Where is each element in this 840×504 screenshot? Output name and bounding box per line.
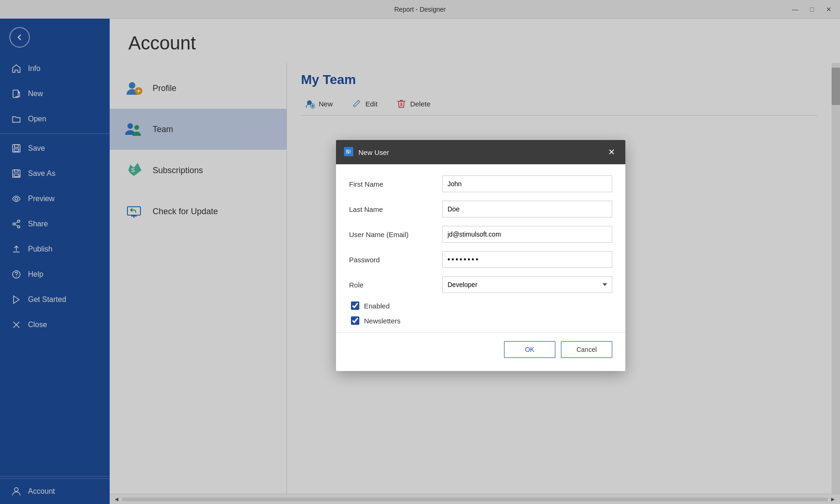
modal-close-button[interactable]: ✕ <box>605 146 618 159</box>
new-user-modal: S! New User ✕ First Name Last Name User … <box>336 140 625 371</box>
enabled-label: Enabled <box>364 302 390 310</box>
first-name-input[interactable] <box>442 175 612 192</box>
modal-icon: S! <box>343 147 354 158</box>
last-name-input[interactable] <box>442 201 612 217</box>
username-label: User Name (Email) <box>349 231 442 238</box>
first-name-label: First Name <box>349 180 442 188</box>
password-row: Password <box>349 251 612 268</box>
svg-text:S!: S! <box>346 149 351 154</box>
newsletters-row: Newsletters <box>349 316 612 325</box>
username-row: User Name (Email) <box>349 226 612 243</box>
role-label: Role <box>349 281 442 289</box>
modal-overlay: S! New User ✕ First Name Last Name User … <box>0 0 840 504</box>
modal-footer: OK Cancel <box>349 341 612 360</box>
last-name-label: Last Name <box>349 205 442 213</box>
role-row: Role Developer Admin Viewer Designer <box>349 276 612 293</box>
enabled-row: Enabled <box>349 301 612 310</box>
first-name-row: First Name <box>349 175 612 192</box>
newsletters-checkbox[interactable] <box>351 316 359 325</box>
ok-button[interactable]: OK <box>504 341 555 358</box>
last-name-row: Last Name <box>349 201 612 217</box>
username-input[interactable] <box>442 226 612 243</box>
enabled-checkbox[interactable] <box>351 301 359 310</box>
role-select[interactable]: Developer Admin Viewer Designer <box>442 276 612 293</box>
newsletters-label: Newsletters <box>364 317 400 325</box>
modal-header: S! New User ✕ <box>336 140 625 164</box>
modal-footer-divider <box>336 332 625 333</box>
modal-title: New User <box>358 148 389 156</box>
modal-header-left: S! New User <box>343 147 389 158</box>
cancel-button[interactable]: Cancel <box>561 341 612 358</box>
modal-body: First Name Last Name User Name (Email) P… <box>336 164 625 371</box>
password-input[interactable] <box>442 251 612 268</box>
password-label: Password <box>349 256 442 264</box>
